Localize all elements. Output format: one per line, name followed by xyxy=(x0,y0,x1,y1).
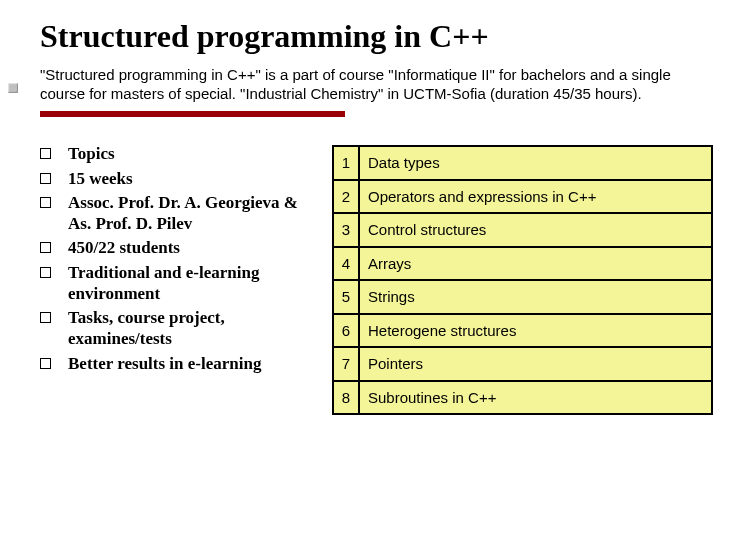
topic-name: Strings xyxy=(359,280,712,314)
topic-name: Subroutines in C++ xyxy=(359,381,712,415)
topic-number: 5 xyxy=(333,280,359,314)
topic-number: 6 xyxy=(333,314,359,348)
list-item: 450/22 students xyxy=(40,237,320,258)
table-row: 7 Pointers xyxy=(333,347,712,381)
topic-number: 8 xyxy=(333,381,359,415)
topics-table: 1 Data types 2 Operators and expressions… xyxy=(332,145,713,415)
list-item: Assoc. Prof. Dr. A. Georgieva & As. Prof… xyxy=(40,192,320,235)
topic-number: 1 xyxy=(333,146,359,180)
topic-number: 3 xyxy=(333,213,359,247)
topic-number: 2 xyxy=(333,180,359,214)
table-row: 8 Subroutines in C++ xyxy=(333,381,712,415)
topic-name: Pointers xyxy=(359,347,712,381)
table-row: 6 Heterogene structures xyxy=(333,314,712,348)
table-row: 3 Control structures xyxy=(333,213,712,247)
table-row: 1 Data types xyxy=(333,146,712,180)
content-row: Topics 15 weeks Assoc. Prof. Dr. A. Geor… xyxy=(40,143,713,415)
topic-number: 4 xyxy=(333,247,359,281)
bullet-list: Topics 15 weeks Assoc. Prof. Dr. A. Geor… xyxy=(40,143,320,374)
topic-name: Control structures xyxy=(359,213,712,247)
left-column: Topics 15 weeks Assoc. Prof. Dr. A. Geor… xyxy=(40,143,320,415)
subtitle-block: "Structured programming in C++" is a par… xyxy=(40,65,713,103)
table-row: 4 Arrays xyxy=(333,247,712,281)
slide-subtitle: "Structured programming in C++" is a par… xyxy=(40,65,713,103)
topic-name: Heterogene structures xyxy=(359,314,712,348)
table-row: 2 Operators and expressions in C++ xyxy=(333,180,712,214)
topic-number: 7 xyxy=(333,347,359,381)
topic-name: Operators and expressions in C++ xyxy=(359,180,712,214)
list-item: 15 weeks xyxy=(40,168,320,189)
square-bullet-icon xyxy=(8,83,18,93)
right-column: 1 Data types 2 Operators and expressions… xyxy=(332,143,713,415)
topic-name: Data types xyxy=(359,146,712,180)
list-item: Better results in e-learning xyxy=(40,353,320,374)
table-row: 5 Strings xyxy=(333,280,712,314)
slide-title: Structured programming in C++ xyxy=(40,18,713,55)
list-item: Traditional and e-learning environment xyxy=(40,262,320,305)
divider-bar xyxy=(40,111,345,117)
list-item: Topics xyxy=(40,143,320,164)
list-item: Tasks, course project, examines/tests xyxy=(40,307,320,350)
topic-name: Arrays xyxy=(359,247,712,281)
